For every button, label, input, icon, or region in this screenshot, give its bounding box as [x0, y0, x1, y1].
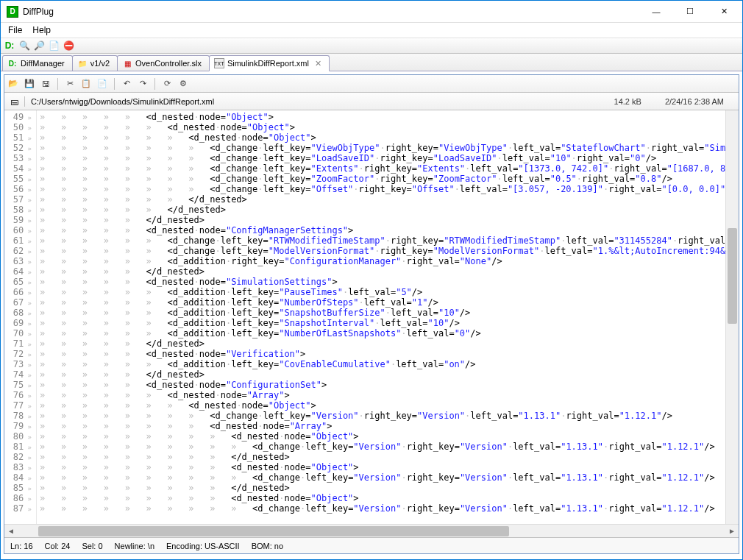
status-newline: Newline: \n	[115, 542, 154, 550]
file-size: 14.2 kB	[605, 97, 650, 106]
line-gutter: 4950515253545556575859606162636465666768…	[4, 110, 37, 524]
refresh-icon[interactable]: ⟳	[161, 78, 173, 90]
txt-icon: TXT	[214, 58, 224, 68]
stop-icon[interactable]: ⛔	[63, 40, 74, 52]
search-icon[interactable]: 🔍	[18, 40, 30, 52]
window-title: DiffPlug	[23, 7, 639, 17]
separator	[57, 78, 58, 90]
minimize-button[interactable]: —	[639, 1, 673, 23]
horizontal-scrollbar[interactable]: ◄ ►	[4, 524, 739, 537]
close-tab-icon[interactable]: ✕	[315, 59, 321, 68]
code-area[interactable]: 4950515253545556575859606162636465666768…	[4, 110, 739, 524]
tab-label: DiffManager	[21, 59, 65, 68]
tab-ovencontroller[interactable]: ▦ OvenController.slx	[117, 55, 210, 71]
disk-icon[interactable]: 🖴	[10, 97, 18, 106]
open-icon[interactable]: 📂	[7, 78, 19, 90]
new-file-icon[interactable]: 📄	[48, 40, 60, 52]
folder-icon: 📁	[77, 58, 88, 68]
tab-label: v1/v2	[90, 59, 110, 68]
scrollbar-thumb[interactable]	[38, 526, 509, 536]
saveall-icon[interactable]: 🖫	[40, 78, 51, 90]
code-content[interactable]: » » » » » <d_nested·node="Object">» » » …	[37, 110, 725, 524]
find-icon[interactable]: 🔎	[33, 40, 45, 52]
paste-icon[interactable]: 📄	[96, 78, 108, 90]
diff-icon[interactable]: D:	[4, 40, 15, 52]
copy-icon[interactable]: 📋	[80, 78, 92, 90]
status-encoding: Encoding: US-ASCII	[166, 542, 240, 550]
tab-v1v2[interactable]: 📁 v1/v2	[72, 55, 118, 71]
titlebar: D DiffPlug — ☐ ✕	[1, 1, 742, 23]
status-col: Col: 24	[45, 542, 71, 550]
tab-label: OvenController.slx	[135, 59, 202, 68]
save-icon[interactable]: 💾	[24, 78, 35, 90]
path-bar: 🖴 C:/Users/ntwigg/Downloads/SimulinkDiff…	[4, 93, 739, 110]
tab-label: SimulinkDiffReport.xml	[227, 59, 309, 68]
status-bar: Ln: 16 Col: 24 Sel: 0 Newline: \n Encodi…	[4, 537, 739, 553]
cut-icon[interactable]: ✂	[64, 78, 76, 90]
vertical-scrollbar[interactable]	[725, 110, 739, 524]
menubar: File Help	[1, 23, 742, 38]
simulink-icon: ▦	[122, 58, 132, 68]
separator	[154, 78, 155, 90]
status-line: Ln: 16	[10, 542, 33, 550]
menu-file[interactable]: File	[4, 24, 26, 37]
status-sel: Sel: 0	[82, 542, 102, 550]
file-date: 2/24/16 2:38 AM	[656, 97, 733, 106]
main-toolbar: D: 🔍 🔎 📄 ⛔	[1, 38, 742, 54]
tab-diffmanager[interactable]: D: DiffManager	[2, 55, 73, 71]
scroll-right-icon[interactable]: ►	[725, 527, 739, 535]
separator	[114, 78, 115, 90]
menu-help[interactable]: Help	[28, 24, 55, 37]
settings-icon[interactable]: ⚙	[177, 78, 189, 90]
separator	[24, 96, 25, 107]
app-icon: D	[7, 6, 18, 18]
scroll-left-icon[interactable]: ◄	[4, 527, 18, 535]
editor: 📂 💾 🖫 ✂ 📋 📄 ↶ ↷ ⟳ ⚙ 🖴 C:/Users/ntwigg/Do…	[4, 74, 739, 554]
tab-simulinkdiffreport[interactable]: TXT SimulinkDiffReport.xml ✕	[209, 55, 330, 71]
file-path[interactable]: C:/Users/ntwigg/Downloads/SimulinkDiffRe…	[31, 97, 600, 106]
maximize-button[interactable]: ☐	[673, 1, 707, 23]
redo-icon[interactable]: ↷	[137, 78, 149, 90]
undo-icon[interactable]: ↶	[121, 78, 132, 90]
diff-icon: D:	[7, 58, 18, 68]
status-bom: BOM: no	[252, 542, 283, 550]
scrollbar-thumb[interactable]	[728, 228, 737, 324]
editor-toolbar: 📂 💾 🖫 ✂ 📋 📄 ↶ ↷ ⟳ ⚙	[4, 75, 739, 93]
close-button[interactable]: ✕	[707, 1, 741, 23]
tab-bar: D: DiffManager 📁 v1/v2 ▦ OvenController.…	[1, 54, 742, 71]
